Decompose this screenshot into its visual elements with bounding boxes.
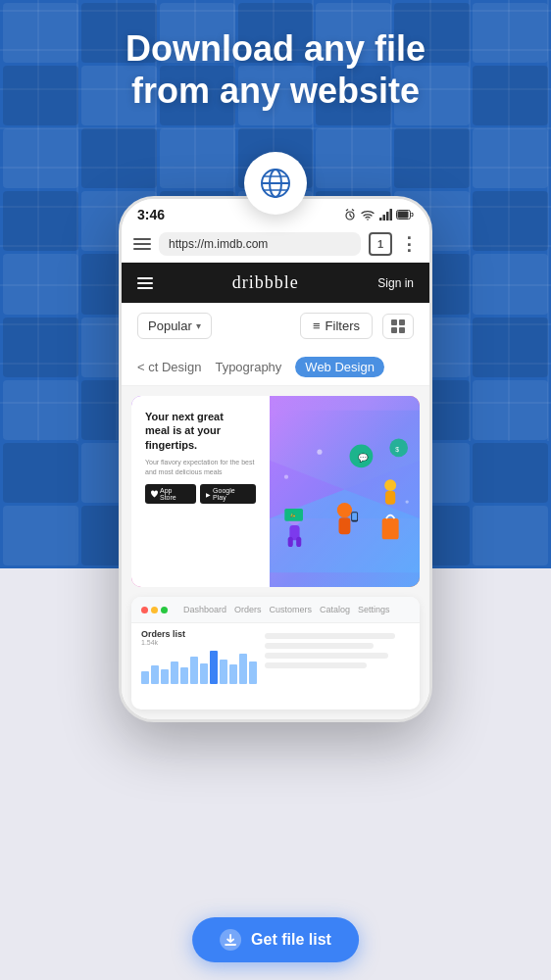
phone-body: 3:46	[119, 196, 432, 722]
app-download-buttons: App Store ▶ Google Play	[145, 484, 256, 504]
chart-bar-1	[151, 665, 159, 684]
orders-stat: 1.54k	[141, 639, 257, 646]
table-row-skeleton	[265, 662, 367, 668]
headline-line2: from any website	[131, 71, 420, 111]
svg-rect-17	[391, 319, 397, 325]
svg-rect-18	[399, 319, 405, 325]
svg-rect-12	[383, 215, 386, 220]
headline: Download any file from any website	[0, 27, 551, 112]
tab-count[interactable]: 1	[369, 232, 392, 256]
svg-text:💬: 💬	[358, 453, 369, 464]
globe-icon	[258, 166, 293, 201]
svg-rect-37	[385, 491, 395, 505]
svg-rect-20	[399, 327, 405, 333]
chart-bar-4	[180, 667, 188, 684]
svg-rect-29	[296, 537, 301, 547]
filters-button[interactable]: ≡ Filters	[300, 313, 373, 339]
popular-label: Popular	[148, 318, 192, 333]
tag-product-design[interactable]: < ct Design	[137, 360, 201, 374]
chart-bar-2	[161, 669, 169, 684]
popular-dropdown[interactable]: Popular ▾	[137, 313, 212, 339]
get-file-list-label: Get file list	[251, 931, 331, 949]
orders-title: Orders list	[141, 629, 257, 639]
grid-view-button[interactable]	[382, 314, 414, 339]
svg-point-44	[406, 500, 409, 503]
browser-bar: https://m.imdb.com 1 ⋮	[122, 226, 429, 263]
wifi-icon	[361, 209, 375, 220]
phone-mockup: 3:46	[119, 196, 432, 722]
svg-rect-42	[382, 518, 399, 539]
close-dot	[141, 607, 148, 613]
battery-icon	[396, 210, 414, 220]
globe-icon-bg	[244, 152, 307, 215]
grid-icon	[391, 319, 405, 333]
svg-rect-35	[352, 513, 357, 520]
svg-text:$: $	[395, 446, 399, 453]
mini-chart	[141, 650, 257, 684]
chart-bar-11	[249, 662, 257, 684]
more-options-icon[interactable]: ⋮	[400, 233, 418, 255]
svg-rect-11	[379, 218, 382, 220]
chevron-down-icon: ▾	[196, 320, 201, 331]
get-file-list-button[interactable]: Get file list	[192, 917, 359, 962]
google-play-button[interactable]: ▶ Google Play	[200, 484, 256, 504]
window-controls	[141, 607, 168, 613]
hamburger-menu-icon[interactable]	[133, 238, 151, 250]
dribbble-logo: dribbble	[232, 272, 299, 293]
orders-title-area: Orders list 1.54k	[141, 629, 257, 684]
chart-bar-6	[200, 663, 208, 684]
signal-icon	[378, 209, 392, 220]
app-store-button[interactable]: App Store	[145, 484, 196, 504]
orders-table	[265, 629, 410, 668]
tag-web-design[interactable]: Web Design	[295, 357, 384, 377]
table-row-skeleton	[265, 633, 395, 639]
svg-line-7	[350, 216, 352, 218]
download-icon	[220, 929, 241, 951]
filter-icon: ≡	[313, 318, 321, 333]
maximize-dot	[161, 607, 168, 613]
dribbble-menu-icon[interactable]	[137, 277, 153, 289]
card-tagline: Your next greatmeal is at yourfingertips…	[145, 410, 256, 452]
orders-header: Dashboard Orders Customers Catalog Setti…	[131, 597, 420, 623]
svg-line-8	[346, 210, 348, 212]
url-bar[interactable]: https://m.imdb.com	[159, 232, 361, 256]
sign-in-button[interactable]: Sign in	[377, 276, 414, 290]
google-play-label: Google Play	[213, 487, 250, 501]
play-icon: ▶	[206, 491, 211, 498]
tag-typography[interactable]: Typography	[215, 360, 281, 374]
download-arrow-icon	[225, 934, 236, 946]
illustration-svg: 🛵 💬	[270, 396, 420, 587]
svg-point-36	[384, 479, 396, 491]
svg-rect-13	[386, 212, 389, 220]
svg-rect-33	[339, 517, 351, 534]
content-area: Your next greatmeal is at yourfingertips…	[122, 386, 429, 719]
svg-point-10	[367, 219, 369, 220]
app-store-label: App Store	[160, 487, 190, 501]
status-time: 3:46	[137, 207, 165, 222]
card-white-section: Your next greatmeal is at yourfingertips…	[131, 396, 270, 587]
second-card: Dashboard Orders Customers Catalog Setti…	[131, 597, 420, 710]
orders-nav: Dashboard Orders Customers Catalog Setti…	[183, 605, 390, 614]
filter-bar: Popular ▾ ≡ Filters	[122, 303, 429, 349]
svg-point-45	[284, 475, 288, 479]
card-description: Your flavory expectation for the bestand…	[145, 458, 256, 477]
minimize-dot	[151, 607, 158, 613]
headline-text: Download any file from any website	[39, 27, 512, 112]
filters-label: Filters	[326, 318, 360, 333]
tag-bar: < ct Design Typography Web Design	[122, 349, 429, 386]
card-illustration: 🛵 💬	[270, 396, 420, 587]
chart-bar-10	[239, 654, 247, 684]
svg-rect-16	[398, 212, 409, 219]
apple-icon	[151, 490, 158, 498]
chart-bar-8	[220, 660, 227, 684]
main-card: Your next greatmeal is at yourfingertips…	[131, 396, 420, 587]
chart-bar-0	[141, 671, 149, 684]
status-icons	[343, 208, 414, 221]
svg-rect-28	[288, 537, 293, 547]
dribbble-header: dribbble Sign in	[122, 263, 429, 303]
orders-content: Orders list 1.54k	[131, 623, 420, 690]
svg-rect-19	[391, 327, 397, 333]
tag-prev-label: < ct Design	[137, 360, 201, 374]
svg-rect-14	[390, 209, 393, 220]
card-inner: Your next greatmeal is at yourfingertips…	[131, 396, 420, 587]
